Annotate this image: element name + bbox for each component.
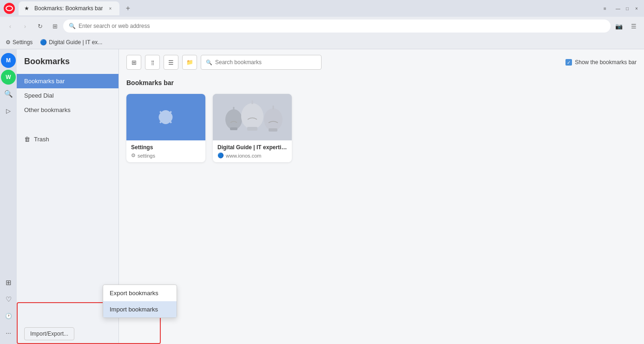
gear-svg bbox=[153, 104, 179, 130]
section-title: Bookmarks bar bbox=[126, 79, 637, 86]
back-button[interactable]: ‹ bbox=[4, 20, 17, 33]
tab-bar: ★ Bookmarks: Bookmarks bar × + bbox=[19, 0, 601, 17]
main-content: ⊞ ⣿ ☰ 📁 🔍 ✓ Show the bookmarks bar Bookm… bbox=[119, 49, 644, 344]
svg-rect-8 bbox=[269, 128, 277, 132]
sidebar-icon-whatsapp[interactable]: W bbox=[1, 70, 16, 85]
settings-url-text: settings bbox=[138, 153, 155, 159]
svg-point-1 bbox=[225, 109, 242, 130]
strip-settings[interactable]: ⚙ Settings bbox=[4, 38, 34, 46]
folder-icon: 📁 bbox=[186, 59, 193, 66]
panel-title: Bookmarks bbox=[17, 57, 118, 74]
digital-guide-url-icon: 🔵 bbox=[217, 152, 224, 159]
svg-rect-5 bbox=[247, 127, 257, 131]
sidebar-icon-messenger[interactable]: M bbox=[1, 53, 16, 68]
sidebar-icon-apps[interactable]: ⊞ bbox=[1, 275, 16, 290]
forward-button[interactable]: › bbox=[19, 20, 32, 33]
main-layout: M W 🔍 ▷ ⊞ ♡ 🕐 ··· Bookmarks Bookmarks ba… bbox=[0, 49, 644, 344]
nav-bar: ‹ › ↻ ⊞ 🔍 📷 ☰ bbox=[0, 17, 644, 35]
import-export-area: Export bookmarks Import bookmarks Import… bbox=[17, 324, 165, 344]
trash-item[interactable]: 🗑 Trash bbox=[17, 132, 118, 146]
show-bookmarks-label: Show the bookmarks bar bbox=[575, 59, 637, 66]
strip-settings-label: Settings bbox=[13, 39, 33, 46]
tabs-button[interactable]: ⊞ bbox=[48, 20, 61, 33]
view-list-button[interactable]: ☰ bbox=[164, 55, 178, 70]
whatsapp-icon: W bbox=[6, 74, 11, 80]
digital-guide-bookmark-name: Digital Guide | IT expertis... bbox=[217, 144, 287, 151]
digital-guide-favicon: 🔵 bbox=[40, 39, 47, 46]
bookmarks-section: Bookmarks bar Settings ⚙ settings bbox=[119, 75, 644, 166]
show-bookmarks-bar: ✓ Show the bookmarks bar bbox=[565, 59, 637, 66]
search-input[interactable] bbox=[215, 59, 316, 66]
view-folder-button[interactable]: 📁 bbox=[182, 55, 197, 70]
import-bookmarks-item[interactable]: Import bookmarks bbox=[103, 301, 177, 318]
svg-rect-2 bbox=[230, 127, 237, 130]
bookmark-settings[interactable]: Settings ⚙ settings bbox=[126, 94, 205, 162]
bookmarks-grid: Settings ⚙ settings bbox=[126, 94, 637, 162]
import-export-button[interactable]: Import/Export... bbox=[24, 327, 74, 340]
search-icon: 🔍 bbox=[69, 23, 76, 29]
export-bookmarks-item[interactable]: Export bookmarks bbox=[103, 285, 177, 301]
settings-thumb bbox=[126, 94, 205, 140]
svg-point-4 bbox=[241, 103, 263, 129]
popup-menu: Export bookmarks Import bookmarks bbox=[103, 284, 177, 318]
new-tab-button[interactable]: + bbox=[121, 2, 134, 15]
bookmarks-strip: ⚙ Settings 🔵 Digital Guide | IT ex... bbox=[0, 35, 644, 49]
sidebar-icon-favorites[interactable]: ♡ bbox=[1, 292, 16, 307]
digital-guide-bookmark-url: 🔵 www.ionos.com bbox=[217, 152, 287, 159]
nav-right-controls: 📷 ☰ bbox=[612, 20, 640, 33]
minimize-button[interactable]: — bbox=[614, 5, 622, 12]
address-bar[interactable]: 🔍 bbox=[63, 20, 611, 33]
sidebar-icon-discover[interactable]: ▷ bbox=[1, 103, 16, 118]
content-header: ⊞ ⣿ ☰ 📁 🔍 ✓ Show the bookmarks bar bbox=[119, 49, 644, 75]
view-small-grid-button[interactable]: ⣿ bbox=[145, 55, 160, 70]
address-input[interactable] bbox=[79, 23, 605, 29]
sidebar-icon-history[interactable]: 🕐 bbox=[1, 309, 16, 324]
strip-digital-guide-label: Digital Guide | IT ex... bbox=[49, 39, 102, 46]
nav-item-other-bookmarks[interactable]: Other bookmarks bbox=[17, 103, 118, 117]
camera-button[interactable]: 📷 bbox=[612, 20, 625, 33]
window-controls: ≡ — □ × bbox=[601, 5, 640, 12]
search-box-icon: 🔍 bbox=[206, 60, 212, 66]
sidebar-icons: M W 🔍 ▷ ⊞ ♡ 🕐 ··· bbox=[0, 49, 17, 344]
search-box[interactable]: 🔍 bbox=[201, 55, 322, 70]
view-large-grid-button[interactable]: ⊞ bbox=[126, 55, 141, 70]
list-icon: ☰ bbox=[168, 59, 174, 66]
reload-button[interactable]: ↻ bbox=[33, 20, 46, 33]
opera-menu-button[interactable]: ≡ bbox=[601, 5, 609, 12]
apps-icon: ⊞ bbox=[6, 278, 12, 287]
show-bookmarks-checkbox[interactable]: ✓ bbox=[565, 59, 572, 66]
digital-guide-bookmark-info: Digital Guide | IT expertis... 🔵 www.ion… bbox=[213, 140, 292, 162]
nav-item-speed-dial[interactable]: Speed Dial bbox=[17, 88, 118, 103]
import-export-container: Import/Export... bbox=[17, 324, 165, 344]
small-grid-icon: ⣿ bbox=[151, 60, 154, 65]
ionos-thumb bbox=[213, 94, 292, 140]
title-bar: ★ Bookmarks: Bookmarks bar × + ≡ — □ × bbox=[0, 0, 644, 17]
sidebar-icon-search[interactable]: 🔍 bbox=[1, 86, 16, 101]
settings-bookmark-info: Settings ⚙ settings bbox=[126, 140, 205, 162]
heart-icon: ♡ bbox=[6, 295, 12, 304]
nav-menu-button[interactable]: ☰ bbox=[627, 20, 640, 33]
settings-bookmark-url: ⚙ settings bbox=[131, 152, 201, 159]
tab-title: Bookmarks: Bookmarks bar bbox=[34, 5, 103, 12]
sidebar-icon-more[interactable]: ··· bbox=[1, 325, 16, 340]
close-button[interactable]: × bbox=[633, 5, 640, 12]
large-grid-icon: ⊞ bbox=[131, 59, 137, 66]
lightbulbs-svg bbox=[213, 94, 292, 140]
bookmarks-tab[interactable]: ★ Bookmarks: Bookmarks bar × bbox=[19, 1, 119, 15]
discover-icon: ▷ bbox=[6, 107, 11, 114]
bookmark-digital-guide[interactable]: Digital Guide | IT expertis... 🔵 www.ion… bbox=[213, 94, 292, 162]
maximize-button[interactable]: □ bbox=[624, 5, 631, 12]
search-sidebar-icon: 🔍 bbox=[4, 90, 13, 98]
trash-label: Trash bbox=[34, 136, 49, 143]
tab-favicon: ★ bbox=[24, 5, 31, 12]
opera-logo[interactable] bbox=[4, 3, 15, 14]
settings-favicon: ⚙ bbox=[6, 39, 11, 46]
digital-guide-url-text: www.ionos.com bbox=[226, 153, 261, 159]
nav-item-bookmarks-bar[interactable]: Bookmarks bar bbox=[17, 74, 118, 88]
tab-close-button[interactable]: × bbox=[106, 5, 114, 12]
settings-url-icon: ⚙ bbox=[131, 152, 136, 159]
strip-digital-guide[interactable]: 🔵 Digital Guide | IT ex... bbox=[38, 38, 104, 46]
history-icon: 🕐 bbox=[5, 313, 12, 319]
svg-point-7 bbox=[264, 108, 283, 131]
more-icon: ··· bbox=[6, 329, 11, 337]
